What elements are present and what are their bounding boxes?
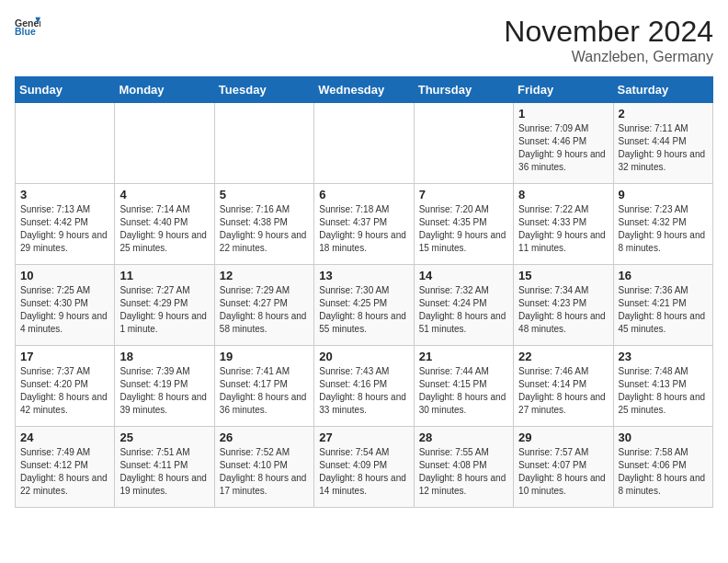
calendar-cell: 14Sunrise: 7:32 AM Sunset: 4:24 PM Dayli… — [414, 265, 513, 346]
calendar-cell: 16Sunrise: 7:36 AM Sunset: 4:21 PM Dayli… — [613, 265, 712, 346]
day-number: 18 — [119, 350, 209, 363]
day-info: Sunrise: 7:29 AM Sunset: 4:27 PM Dayligh… — [220, 284, 309, 336]
day-number: 8 — [518, 188, 608, 201]
day-number: 21 — [419, 350, 508, 363]
calendar-cell: 7Sunrise: 7:20 AM Sunset: 4:35 PM Daylig… — [414, 184, 513, 265]
day-info: Sunrise: 7:52 AM Sunset: 4:10 PM Dayligh… — [220, 446, 309, 498]
calendar-cell: 29Sunrise: 7:57 AM Sunset: 4:07 PM Dayli… — [514, 427, 613, 508]
day-info: Sunrise: 7:18 AM Sunset: 4:37 PM Dayligh… — [319, 203, 408, 255]
day-number: 12 — [220, 269, 309, 282]
calendar-cell — [414, 103, 513, 184]
calendar-cell: 13Sunrise: 7:30 AM Sunset: 4:25 PM Dayli… — [314, 265, 414, 346]
calendar-cell: 2Sunrise: 7:11 AM Sunset: 4:44 PM Daylig… — [613, 103, 712, 184]
title-area: November 2024 Wanzleben, Germany — [504, 15, 713, 65]
calendar-cell: 9Sunrise: 7:23 AM Sunset: 4:32 PM Daylig… — [613, 184, 712, 265]
day-info: Sunrise: 7:09 AM Sunset: 4:46 PM Dayligh… — [518, 122, 608, 174]
calendar-cell: 21Sunrise: 7:44 AM Sunset: 4:15 PM Dayli… — [414, 346, 513, 427]
calendar-week-2: 3Sunrise: 7:13 AM Sunset: 4:42 PM Daylig… — [16, 184, 713, 265]
day-number: 19 — [220, 350, 309, 363]
page-header: General Blue November 2024 Wanzleben, Ge… — [15, 15, 713, 65]
calendar-week-1: 1Sunrise: 7:09 AM Sunset: 4:46 PM Daylig… — [16, 103, 713, 184]
day-number: 3 — [20, 188, 109, 201]
day-info: Sunrise: 7:58 AM Sunset: 4:06 PM Dayligh… — [619, 446, 708, 498]
calendar-cell: 3Sunrise: 7:13 AM Sunset: 4:42 PM Daylig… — [16, 184, 115, 265]
calendar-cell: 8Sunrise: 7:22 AM Sunset: 4:33 PM Daylig… — [514, 184, 613, 265]
day-info: Sunrise: 7:43 AM Sunset: 4:16 PM Dayligh… — [319, 365, 408, 417]
calendar-cell: 22Sunrise: 7:46 AM Sunset: 4:14 PM Dayli… — [514, 346, 613, 427]
day-number: 26 — [220, 431, 309, 444]
calendar-week-4: 17Sunrise: 7:37 AM Sunset: 4:20 PM Dayli… — [16, 346, 713, 427]
day-info: Sunrise: 7:54 AM Sunset: 4:09 PM Dayligh… — [319, 446, 408, 498]
day-number: 15 — [518, 269, 608, 282]
day-number: 9 — [619, 188, 708, 201]
calendar-cell: 10Sunrise: 7:25 AM Sunset: 4:30 PM Dayli… — [16, 265, 115, 346]
day-number: 25 — [119, 431, 209, 444]
day-info: Sunrise: 7:32 AM Sunset: 4:24 PM Dayligh… — [419, 284, 508, 336]
calendar-cell: 1Sunrise: 7:09 AM Sunset: 4:46 PM Daylig… — [514, 103, 613, 184]
calendar-cell: 11Sunrise: 7:27 AM Sunset: 4:29 PM Dayli… — [115, 265, 214, 346]
day-info: Sunrise: 7:36 AM Sunset: 4:21 PM Dayligh… — [619, 284, 708, 336]
logo-icon: General Blue — [15, 15, 40, 40]
calendar-cell: 19Sunrise: 7:41 AM Sunset: 4:17 PM Dayli… — [214, 346, 313, 427]
day-number: 1 — [518, 107, 608, 121]
calendar-cell: 12Sunrise: 7:29 AM Sunset: 4:27 PM Dayli… — [214, 265, 313, 346]
calendar-cell: 6Sunrise: 7:18 AM Sunset: 4:37 PM Daylig… — [314, 184, 414, 265]
day-info: Sunrise: 7:57 AM Sunset: 4:07 PM Dayligh… — [518, 446, 608, 498]
calendar-cell — [314, 103, 414, 184]
day-info: Sunrise: 7:20 AM Sunset: 4:35 PM Dayligh… — [419, 203, 508, 255]
day-header-tuesday: Tuesday — [214, 77, 313, 103]
calendar-body: 1Sunrise: 7:09 AM Sunset: 4:46 PM Daylig… — [16, 103, 713, 508]
logo: General Blue — [15, 15, 40, 40]
day-number: 10 — [20, 269, 109, 282]
day-number: 11 — [119, 269, 209, 282]
calendar-week-3: 10Sunrise: 7:25 AM Sunset: 4:30 PM Dayli… — [16, 265, 713, 346]
day-info: Sunrise: 7:13 AM Sunset: 4:42 PM Dayligh… — [20, 203, 109, 255]
calendar-cell: 26Sunrise: 7:52 AM Sunset: 4:10 PM Dayli… — [214, 427, 313, 508]
calendar-cell: 25Sunrise: 7:51 AM Sunset: 4:11 PM Dayli… — [115, 427, 214, 508]
day-info: Sunrise: 7:39 AM Sunset: 4:19 PM Dayligh… — [119, 365, 209, 417]
day-number: 28 — [419, 431, 508, 444]
day-info: Sunrise: 7:44 AM Sunset: 4:15 PM Dayligh… — [419, 365, 508, 417]
day-info: Sunrise: 7:51 AM Sunset: 4:11 PM Dayligh… — [119, 446, 209, 498]
calendar-cell: 20Sunrise: 7:43 AM Sunset: 4:16 PM Dayli… — [314, 346, 414, 427]
day-info: Sunrise: 7:22 AM Sunset: 4:33 PM Dayligh… — [518, 203, 608, 255]
day-info: Sunrise: 7:30 AM Sunset: 4:25 PM Dayligh… — [319, 284, 408, 336]
day-info: Sunrise: 7:16 AM Sunset: 4:38 PM Dayligh… — [220, 203, 309, 255]
day-header-sunday: Sunday — [16, 77, 115, 103]
day-number: 5 — [220, 188, 309, 201]
calendar-week-5: 24Sunrise: 7:49 AM Sunset: 4:12 PM Dayli… — [16, 427, 713, 508]
calendar-cell: 24Sunrise: 7:49 AM Sunset: 4:12 PM Dayli… — [16, 427, 115, 508]
day-info: Sunrise: 7:46 AM Sunset: 4:14 PM Dayligh… — [518, 365, 608, 417]
day-info: Sunrise: 7:11 AM Sunset: 4:44 PM Dayligh… — [619, 122, 708, 174]
day-header-thursday: Thursday — [414, 77, 513, 103]
calendar-table: SundayMondayTuesdayWednesdayThursdayFrid… — [15, 76, 713, 508]
calendar-cell: 30Sunrise: 7:58 AM Sunset: 4:06 PM Dayli… — [613, 427, 712, 508]
calendar-cell: 5Sunrise: 7:16 AM Sunset: 4:38 PM Daylig… — [214, 184, 313, 265]
day-info: Sunrise: 7:48 AM Sunset: 4:13 PM Dayligh… — [619, 365, 708, 417]
day-header-saturday: Saturday — [613, 77, 712, 103]
day-number: 2 — [619, 107, 708, 121]
calendar-cell: 17Sunrise: 7:37 AM Sunset: 4:20 PM Dayli… — [16, 346, 115, 427]
calendar-cell: 23Sunrise: 7:48 AM Sunset: 4:13 PM Dayli… — [613, 346, 712, 427]
day-info: Sunrise: 7:25 AM Sunset: 4:30 PM Dayligh… — [20, 284, 109, 336]
svg-text:Blue: Blue — [15, 26, 36, 37]
location-title: Wanzleben, Germany — [504, 49, 713, 65]
calendar-cell — [115, 103, 214, 184]
calendar-cell: 28Sunrise: 7:55 AM Sunset: 4:08 PM Dayli… — [414, 427, 513, 508]
calendar-header-row: SundayMondayTuesdayWednesdayThursdayFrid… — [16, 77, 713, 103]
calendar-cell: 27Sunrise: 7:54 AM Sunset: 4:09 PM Dayli… — [314, 427, 414, 508]
day-number: 22 — [518, 350, 608, 363]
day-number: 23 — [619, 350, 708, 363]
day-number: 20 — [319, 350, 408, 363]
day-info: Sunrise: 7:49 AM Sunset: 4:12 PM Dayligh… — [20, 446, 109, 498]
day-info: Sunrise: 7:23 AM Sunset: 4:32 PM Dayligh… — [619, 203, 708, 255]
day-number: 16 — [619, 269, 708, 282]
day-number: 4 — [119, 188, 209, 201]
day-header-friday: Friday — [514, 77, 613, 103]
calendar-cell — [16, 103, 115, 184]
day-number: 27 — [319, 431, 408, 444]
day-info: Sunrise: 7:55 AM Sunset: 4:08 PM Dayligh… — [419, 446, 508, 498]
day-number: 14 — [419, 269, 508, 282]
calendar-cell — [214, 103, 313, 184]
day-number: 24 — [20, 431, 109, 444]
